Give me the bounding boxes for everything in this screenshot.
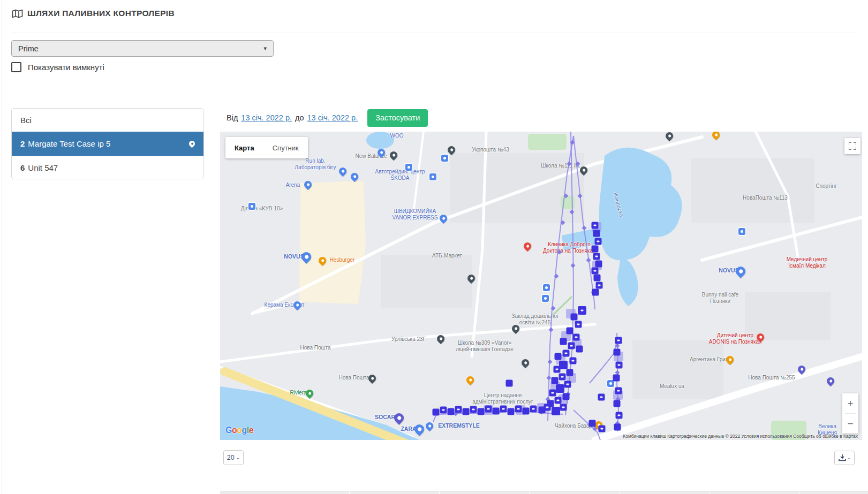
google-logo-letter: G xyxy=(225,425,232,435)
google-logo-letter: g xyxy=(242,425,247,435)
apply-button[interactable]: Застосувати xyxy=(367,109,428,127)
location-pin-icon xyxy=(188,140,197,148)
unit-list-item[interactable]: Всі xyxy=(12,109,203,132)
date-from-label: Від xyxy=(227,113,238,122)
page-edge-line xyxy=(2,0,2,494)
download-icon xyxy=(839,454,846,461)
table-header-cell xyxy=(440,491,530,494)
unit-label: Всі xyxy=(20,116,32,125)
date-to-link[interactable]: 13 січ. 2022 р. xyxy=(307,113,358,122)
date-range-bar: Від 13 січ. 2022 р. до 13 січ. 2022 р. З… xyxy=(227,109,428,127)
show-disabled-row: Показувати вимкнуті xyxy=(11,62,104,72)
table-header-cell xyxy=(530,491,620,494)
table-header-cell xyxy=(220,491,350,494)
date-to-label: до xyxy=(295,113,304,122)
google-logo-letter: o xyxy=(232,425,237,435)
page-header: ШЛЯХИ ПАЛИВНИХ КОНТРОЛЕРІВ xyxy=(12,9,175,18)
fuel-controllers-page: ШЛЯХИ ПАЛИВНИХ КОНТРОЛЕРІВ Prime ▾ Показ… xyxy=(0,0,868,494)
show-disabled-label: Показувати вимкнуті xyxy=(28,63,104,72)
map-type-map-button[interactable]: Карта xyxy=(225,137,263,158)
unit-list-item[interactable]: 6Unit 547 xyxy=(12,156,203,179)
table-header-cell xyxy=(620,491,710,494)
page-size-select[interactable]: 20 ⌄ xyxy=(223,450,244,465)
caret-down-icon: ▾ xyxy=(263,45,267,52)
page-size-value: 20 xyxy=(227,454,235,461)
zoom-control: + − xyxy=(842,393,858,434)
unit-label: Unit 547 xyxy=(28,163,58,172)
unit-number: 2 xyxy=(20,139,25,148)
table-header-cell xyxy=(710,491,799,494)
group-select-value: Prime xyxy=(18,44,39,53)
zoom-in-button[interactable]: + xyxy=(842,393,858,413)
unit-list-item-selected[interactable]: 2Margate Test Case ip 5 xyxy=(12,132,203,156)
google-logo[interactable]: Google xyxy=(225,425,253,435)
download-button[interactable]: ⌄ xyxy=(834,451,855,465)
page-title: ШЛЯХИ ПАЛИВНИХ КОНТРОЛЕРІВ xyxy=(27,9,175,18)
google-logo-letter: e xyxy=(249,425,253,435)
show-disabled-checkbox[interactable] xyxy=(11,62,21,72)
zoom-out-button[interactable]: − xyxy=(842,414,858,434)
chevron-down-icon: ⌄ xyxy=(847,455,851,460)
header-divider xyxy=(11,33,857,33)
fullscreen-icon xyxy=(849,142,856,150)
map-attribution[interactable]: Комбинации клавиш Картографические данны… xyxy=(623,434,858,439)
group-select[interactable]: Prime ▾ xyxy=(11,40,274,57)
google-logo-letter: o xyxy=(237,425,241,435)
unit-label: Margate Test Case ip 5 xyxy=(28,139,110,148)
google-map[interactable]: New BalanceУкрпошта №43Run lab. Лаборато… xyxy=(220,132,862,440)
table-header-cell xyxy=(799,491,868,494)
map-type-satellite-button[interactable]: Спутник xyxy=(263,137,308,158)
results-table-header xyxy=(220,491,868,494)
chevron-down-icon: ⌄ xyxy=(236,455,240,460)
unit-list: Всі2Margate Test Case ip 56Unit 547 xyxy=(11,108,204,179)
date-from-link[interactable]: 13 січ. 2022 р. xyxy=(241,113,292,122)
track-layer xyxy=(220,132,862,440)
unit-number: 6 xyxy=(20,163,25,172)
table-header-cell xyxy=(350,491,440,494)
map-icon xyxy=(12,9,23,18)
map-type-control: Карта Спутник xyxy=(225,137,308,158)
fullscreen-button[interactable] xyxy=(844,138,861,154)
